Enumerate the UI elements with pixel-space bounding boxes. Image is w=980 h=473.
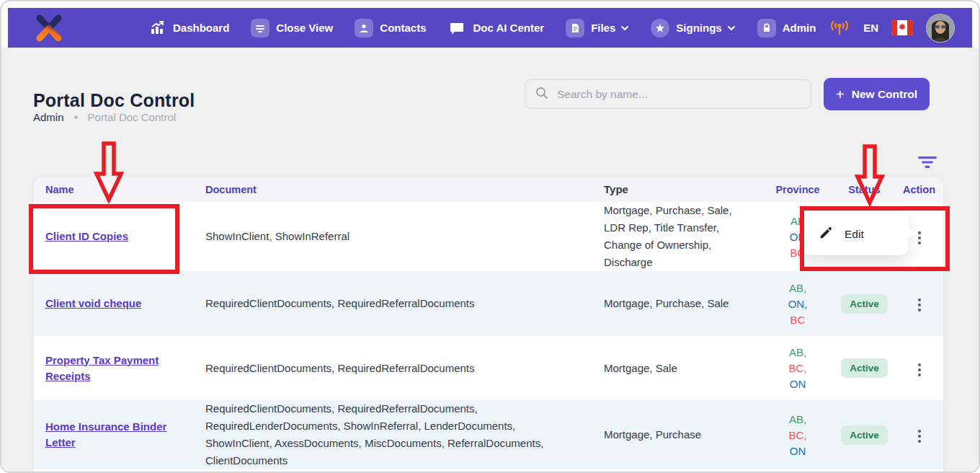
page-title: Portal Doc Control <box>33 90 195 111</box>
user-avatar[interactable] <box>926 14 955 43</box>
main-navigation: Dashboard Close View Contacts Doc AI Cen… <box>148 19 816 37</box>
row-name-link[interactable]: Property Tax Payment Receipts <box>45 354 159 382</box>
row-document: ShowInClient, ShowInReferral <box>205 228 592 245</box>
nav-item-admin[interactable]: Admin <box>757 19 816 37</box>
breadcrumb-separator <box>74 115 78 119</box>
filter-icon[interactable] <box>915 153 940 172</box>
breadcrumb-admin[interactable]: Admin <box>33 111 64 123</box>
column-header-name[interactable]: Name <box>34 184 205 195</box>
province-bc: BC <box>790 314 806 326</box>
nav-label: Files <box>591 22 615 34</box>
column-header-document[interactable]: Document <box>205 184 592 195</box>
top-navbar: Dashboard Close View Contacts Doc AI Cen… <box>8 8 972 48</box>
row-document: RequiredClientDocuments, RequiredReferra… <box>205 360 592 377</box>
app-window: Dashboard Close View Contacts Doc AI Cen… <box>0 0 980 473</box>
language-label[interactable]: EN <box>863 22 878 34</box>
province-bc: BC, <box>788 429 806 441</box>
column-header-action[interactable]: Action <box>895 184 943 195</box>
canada-flag-icon[interactable] <box>891 20 913 35</box>
breadcrumb-page: Portal Doc Control <box>88 111 177 123</box>
row-name-link[interactable]: Client void cheque <box>45 297 141 309</box>
row-type: Mortgage, Purchase, Sale <box>592 295 762 312</box>
nav-label: Doc AI Center <box>473 22 544 34</box>
row-type: Mortgage, Sale <box>592 360 762 377</box>
calendar-icon <box>251 19 270 37</box>
edit-popup-label: Edit <box>845 228 864 241</box>
new-control-button[interactable]: + New Control <box>824 78 930 110</box>
status-badge: Active <box>841 294 888 314</box>
search-icon <box>535 87 548 102</box>
app-logo[interactable] <box>34 13 64 43</box>
province-on: ON <box>790 445 806 457</box>
row-type: Mortgage, Purchase, Sale, LDR Rep, Title… <box>592 202 762 271</box>
lock-icon <box>757 19 776 37</box>
pencil-icon <box>819 226 833 243</box>
broadcast-icon[interactable] <box>829 17 850 39</box>
province-on: ON, <box>788 298 808 310</box>
column-header-status[interactable]: Status <box>834 184 895 195</box>
column-header-type[interactable]: Type <box>592 181 762 198</box>
breadcrumb: Admin Portal Doc Control <box>33 111 176 123</box>
chart-icon <box>148 19 166 37</box>
row-provinces: AB, BC, ON <box>762 346 834 390</box>
nav-label: Admin <box>783 22 816 34</box>
province-on: ON <box>790 378 806 390</box>
row-name-link[interactable]: Client ID Copies <box>45 230 128 242</box>
nav-item-files[interactable]: Files <box>566 19 629 37</box>
chevron-down-icon <box>727 25 736 31</box>
status-badge: Active <box>841 425 888 445</box>
search-input[interactable] <box>556 87 801 102</box>
nav-item-contacts[interactable]: Contacts <box>355 19 426 37</box>
nav-item-signings[interactable]: Signings <box>651 19 735 37</box>
navbar-right-group: EN <box>829 14 955 43</box>
main-content: Portal Doc Control Admin Portal Doc Cont… <box>1 48 979 472</box>
edit-popup[interactable]: Edit <box>803 213 908 255</box>
row-document: RequiredClientDocuments, RequiredReferra… <box>205 400 592 469</box>
star-icon <box>651 19 669 37</box>
row-provinces: AB, BC, ON <box>762 413 834 457</box>
table-row: Property Tax Payment Receipts RequiredCl… <box>34 336 943 400</box>
row-name-link[interactable]: Home Insurance Binder Letter <box>45 420 166 448</box>
status-badge: Active <box>841 358 888 378</box>
nav-label: Dashboard <box>173 22 229 34</box>
province-bc: BC, <box>788 362 806 374</box>
province-ab: AB, <box>789 282 806 294</box>
nav-label: Contacts <box>380 22 426 34</box>
nav-label: Close View <box>276 22 333 34</box>
row-provinces: AB, ON, BC <box>762 282 834 326</box>
file-icon <box>566 19 584 37</box>
row-actions-kebab-icon[interactable] <box>914 425 925 447</box>
nav-label: Signings <box>676 22 721 34</box>
chat-icon <box>447 19 466 37</box>
table-row-partial: Status Certificate -WITHIN <box>34 469 943 472</box>
chevron-down-icon <box>620 25 629 31</box>
nav-item-doc-ai-center[interactable]: Doc AI Center <box>447 19 544 37</box>
row-actions-kebab-icon[interactable] <box>914 227 925 249</box>
row-document: RequiredClientDocuments, RequiredReferra… <box>205 295 592 312</box>
table-header-row: Name Document Type Province Status Actio… <box>34 177 943 202</box>
nav-item-close-view[interactable]: Close View <box>251 19 333 37</box>
search-box <box>525 79 811 109</box>
new-control-label: New Control <box>852 88 917 101</box>
province-ab: AB, <box>789 413 806 425</box>
row-type: Mortgage, Purchase <box>592 426 762 443</box>
plus-icon: + <box>836 87 845 102</box>
table-row: Home Insurance Binder Letter RequiredCli… <box>34 400 943 469</box>
province-ab: AB, <box>789 346 806 358</box>
table-row: Client void cheque RequiredClientDocumen… <box>34 271 943 336</box>
row-actions-kebab-icon[interactable] <box>914 359 925 381</box>
nav-item-dashboard[interactable]: Dashboard <box>148 19 229 37</box>
person-icon <box>355 19 373 37</box>
column-header-province[interactable]: Province <box>762 184 834 195</box>
row-actions-kebab-icon[interactable] <box>914 294 925 316</box>
